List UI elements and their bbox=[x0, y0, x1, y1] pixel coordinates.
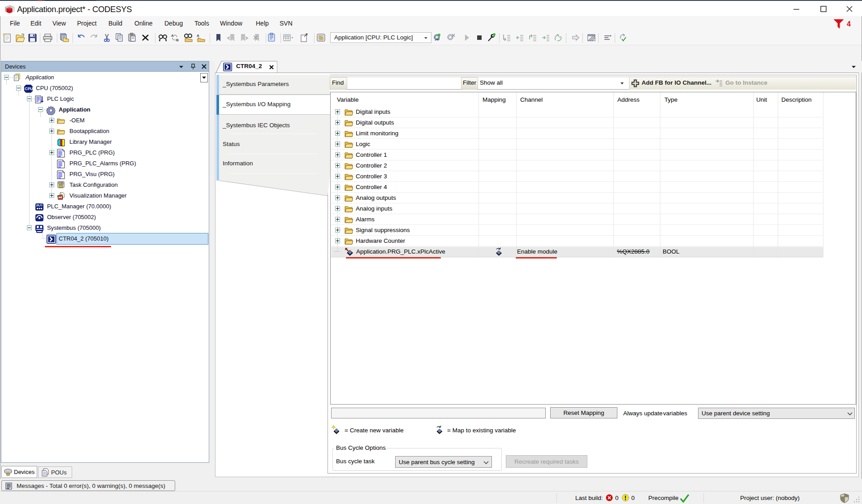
svg-text:CPU: CPU bbox=[25, 86, 33, 91]
svg-text:A: A bbox=[197, 34, 199, 38]
svg-text:A: A bbox=[171, 34, 174, 38]
svg-text:B: B bbox=[176, 38, 179, 42]
